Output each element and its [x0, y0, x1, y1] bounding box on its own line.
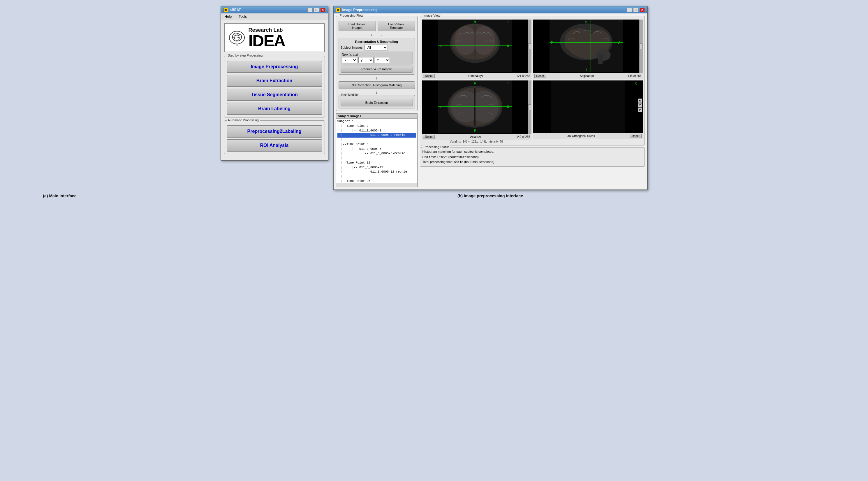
status-line-1: Histogram matching for each subject is c…	[423, 149, 642, 154]
axial-reset-button[interactable]: Reset	[423, 135, 435, 139]
tree-item-spacer3: |	[337, 174, 416, 179]
maximize-button[interactable]: □	[314, 8, 319, 12]
preproc-app-icon: ▣	[336, 7, 341, 12]
tree-item-tp6: |--Time Point 6	[337, 142, 416, 147]
tools-menu[interactable]: Tools	[238, 14, 248, 19]
status-line-3: Total processing time: 0:0:15 (hour:minu…	[423, 159, 642, 165]
logo-box: Research Lab IDEA	[224, 23, 325, 52]
axial-view-container: A P L R C	[422, 81, 531, 144]
sagittal-reset-button[interactable]: Reset	[534, 74, 546, 78]
abeat-menubar: Help Tools	[221, 13, 328, 20]
processing-flow-section: Processing Flow Load Subject Images Load…	[336, 16, 417, 111]
svg-text:I: I	[474, 68, 475, 71]
3d-view-label: 3D Orthogonal Slices	[534, 134, 628, 138]
brain-extraction-next-button[interactable]: Brain Extraction	[341, 99, 413, 107]
tree-item-spacer2: |	[337, 156, 416, 161]
subject-tree[interactable]: Subject 1 |--Time Point 0 | |-- 011_S_00…	[336, 119, 417, 183]
svg-text:A: A	[474, 81, 476, 85]
tree-item-0005-0-reorie[interactable]: | |-- 011_S_0005-0-reorie	[337, 133, 416, 138]
image-view-label: Image View	[423, 14, 441, 17]
subject-images-label: Subject Images:	[341, 46, 364, 49]
minimize-button[interactable]: ─	[307, 8, 313, 12]
svg-text:C: C	[619, 21, 621, 24]
svg-text:R: R	[507, 44, 509, 48]
processing-status-label: Processing Status	[423, 145, 451, 149]
svg-text:P: P	[474, 129, 476, 132]
voxel-info: Voxel: (x=148,y=121,z=149), Intensity: 5…	[422, 140, 531, 144]
z-view-button[interactable]: Z	[638, 103, 642, 107]
image-view-panel: Image View	[420, 16, 645, 187]
abeat-app-icon: ▣	[223, 7, 228, 12]
preproc-titlebar: ▣ Image Preprocessing ─ □ ✕	[334, 6, 647, 13]
sagittal-mri-svg: S I P A C	[533, 20, 639, 72]
tree-item-tp0: |--Time Point 0	[337, 124, 416, 128]
svg-text:A: A	[618, 41, 620, 44]
roi-analysis-button[interactable]: ROI Analysis	[227, 139, 322, 152]
image-view-section: Image View	[420, 16, 645, 146]
sagittal-view-container: S I P A C	[533, 20, 643, 79]
xyz-section: New (x, y, z) = x y z	[341, 52, 413, 64]
tree-item-0005-0: | |-- 011_S_0005-0	[337, 128, 416, 133]
tree-item-0005-6-reorie: | |-- 011_S_0005-6-reorie	[337, 151, 416, 156]
preprocessing2labeling-button[interactable]: Preprocessing2Labeling	[227, 125, 322, 138]
svg-rect-19	[598, 54, 602, 64]
coronal-view-name: Coronal (y)	[436, 74, 515, 78]
axial-scrollbar[interactable]	[528, 81, 531, 134]
preproc-minimize-button[interactable]: ─	[627, 8, 632, 12]
3d-view-buttons: R Z P	[638, 98, 642, 112]
x-select[interactable]: x	[342, 57, 357, 63]
r-view-button[interactable]: R	[638, 98, 642, 102]
help-menu[interactable]: Help	[223, 14, 233, 19]
three-d-view-container: R Z P C 3D Orthogonal Slices Reset	[533, 81, 643, 144]
abeat-window-controls: ─ □ ✕	[307, 8, 326, 12]
3d-reset-button[interactable]: Reset	[630, 134, 641, 138]
sagittal-scrollbar[interactable]	[639, 20, 643, 73]
coronal-scrollbar[interactable]	[528, 20, 531, 73]
tree-item-0005-6: | |-- 011_S_0005-6	[337, 147, 416, 152]
preproc-close-button[interactable]: ✕	[640, 8, 645, 12]
subject-images-select[interactable]: All	[365, 44, 388, 51]
caption-left: (a) Main interface	[6, 193, 114, 198]
axial-view-name: Axial (z)	[436, 135, 515, 139]
reorient-section: Reorientation & Resampling Subject Image…	[339, 38, 415, 74]
preproc-title: Image Preprocessing	[342, 8, 378, 12]
next-module-label: Next Module	[341, 93, 359, 96]
svg-text:S: S	[474, 21, 476, 24]
processing-flow-label: Processing Flow	[339, 14, 365, 17]
step-by-step-label: Step-by-step Processing	[227, 54, 264, 57]
svg-text:P: P	[551, 41, 553, 44]
status-text: Histogram matching for each subject is c…	[423, 149, 642, 165]
horizontal-scrollbar[interactable]	[336, 183, 417, 187]
subject-images-header: Subject Images	[336, 114, 417, 119]
processing-status-section: Processing Status Histogram matching for…	[420, 147, 645, 167]
svg-text:S: S	[585, 21, 587, 24]
tissue-segmentation-button[interactable]: Tissue Segmentation	[227, 89, 322, 101]
y-select[interactable]: y	[359, 57, 374, 63]
tree-item-0005-12: | |-- 011_S_0005-12	[337, 165, 416, 170]
coronal-reset-button[interactable]: Reset	[423, 74, 435, 78]
sagittal-view: S I P A C	[533, 20, 639, 73]
svg-text:C: C	[507, 21, 509, 24]
image-preprocessing-button[interactable]: Image Preprocessing	[227, 61, 322, 73]
load-subject-images-button[interactable]: Load Subject Images	[339, 21, 376, 31]
load-show-template-button[interactable]: Load/Show Template	[378, 21, 415, 31]
svg-text:I: I	[586, 68, 587, 71]
brain-labeling-button[interactable]: Brain Labeling	[227, 102, 322, 115]
captions-row: (a) Main interface (b) Image preprocessi…	[6, 193, 862, 198]
processing-flow-panel: Processing Flow Load Subject Images Load…	[336, 16, 417, 187]
flow-arrow-2: ↓	[339, 76, 415, 80]
abeat-window: ▣ aBEAT ─ □ ✕ Help Tools	[221, 6, 329, 161]
brain-extraction-button[interactable]: Brain Extraction	[227, 74, 322, 87]
close-button[interactable]: ✕	[320, 8, 326, 12]
p-view-button[interactable]: P	[638, 108, 642, 112]
z-select[interactable]: z	[375, 57, 390, 63]
axial-mri-svg: A P L R C	[422, 81, 528, 133]
reorient-title: Reorientation & Resampling	[341, 40, 413, 43]
n3-correction-button[interactable]: N3 Correction, Histogram Matching	[339, 81, 415, 89]
tree-item-tp36: |--Time Point 36	[337, 179, 416, 183]
svg-marker-52	[551, 81, 625, 133]
reorient-resample-button[interactable]: Reorient & Resample	[341, 66, 413, 72]
3d-orthogonal-svg	[533, 81, 643, 133]
preproc-maximize-button[interactable]: □	[633, 8, 639, 12]
sagittal-slice-info: 148 of 256	[628, 74, 641, 78]
